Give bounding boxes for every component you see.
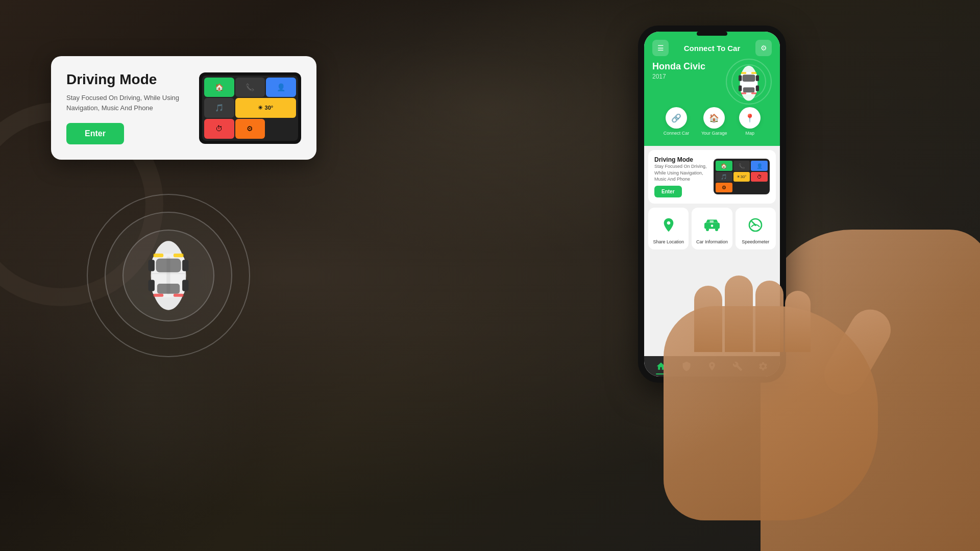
p-music-icon: 🎵 bbox=[716, 172, 732, 182]
mini-icon-contact: 👤 bbox=[266, 78, 296, 97]
car-name: Honda Civic bbox=[652, 61, 705, 72]
phone-driving-desc: Stay Focused On Driving, While Using Nav… bbox=[654, 163, 708, 183]
svg-point-30 bbox=[711, 224, 714, 227]
mini-icon-home: 🏠 bbox=[204, 78, 234, 97]
share-location-label: Share Location bbox=[653, 239, 684, 244]
svg-rect-7 bbox=[182, 280, 188, 291]
phone-driving-section: Driving Mode Stay Focused On Driving, Wh… bbox=[648, 150, 776, 204]
speedometer-icon bbox=[745, 215, 766, 235]
quick-action-garage[interactable]: 🏠 Your Garage bbox=[701, 107, 727, 136]
svg-rect-19 bbox=[756, 76, 759, 81]
garage-label: Your Garage bbox=[701, 131, 727, 136]
speedometer-label: Speedometer bbox=[742, 239, 769, 244]
phone-mini-screen: 🏠 📞 👤 🎵 ☀30° ⏱ ⚙ bbox=[714, 159, 770, 194]
car-information-label: Car Information bbox=[696, 239, 728, 244]
svg-rect-6 bbox=[149, 280, 155, 291]
phone-mockup: ☰ Connect To Car ⚙ Honda Civic 2017 bbox=[638, 26, 786, 383]
p-settings-icon: ⚙ bbox=[716, 183, 732, 192]
p-home-icon: 🏠 bbox=[716, 161, 732, 170]
phone-car-radar bbox=[726, 61, 772, 102]
svg-rect-5 bbox=[182, 260, 188, 271]
mini-phone-mockup: 🏠 📞 👤 🎵 ☀ 30° ⏱ ⚙ bbox=[199, 72, 301, 144]
share-location-icon bbox=[658, 215, 679, 235]
svg-rect-10 bbox=[153, 294, 163, 297]
car-information-button[interactable]: Car Information bbox=[692, 208, 732, 249]
svg-rect-17 bbox=[743, 87, 755, 92]
phone-notch bbox=[697, 32, 727, 36]
svg-rect-29 bbox=[709, 220, 714, 223]
share-location-button[interactable]: Share Location bbox=[648, 208, 689, 249]
map-icon: 📍 bbox=[739, 107, 761, 129]
svg-rect-24 bbox=[741, 92, 746, 94]
settings-button[interactable]: ⚙ bbox=[755, 40, 772, 56]
car-svg-large bbox=[143, 235, 194, 316]
p-phone-icon: 📞 bbox=[733, 161, 750, 170]
quick-action-connect[interactable]: 🔗 Connect Car bbox=[664, 107, 690, 136]
nav-home[interactable] bbox=[656, 361, 666, 371]
svg-rect-21 bbox=[756, 86, 759, 91]
quick-actions-row: 🔗 Connect Car 🏠 Your Garage 📍 Map bbox=[652, 102, 772, 136]
connect-car-icon: 🔗 bbox=[666, 107, 687, 129]
mini-icon-weather: ☀ 30° bbox=[235, 98, 296, 118]
car-radar-display bbox=[82, 189, 255, 362]
svg-rect-11 bbox=[174, 294, 184, 297]
phone-header-top: ☰ Connect To Car ⚙ bbox=[652, 40, 772, 56]
svg-rect-16 bbox=[743, 74, 755, 82]
phone-enter-button[interactable]: Enter bbox=[654, 186, 682, 197]
mini-icon-phone: 📞 bbox=[235, 78, 265, 97]
nav-shield[interactable] bbox=[681, 361, 692, 371]
driving-mode-text: Driving Mode Stay Focused On Driving, Wh… bbox=[66, 71, 189, 144]
driving-mode-title: Driving Mode bbox=[66, 71, 189, 88]
connect-title: Connect To Car bbox=[684, 44, 741, 53]
speedometer-button[interactable]: Speedometer bbox=[736, 208, 776, 249]
p-contact-icon: 👤 bbox=[751, 161, 768, 170]
svg-rect-20 bbox=[739, 86, 742, 91]
car-year: 2017 bbox=[652, 73, 705, 80]
driving-mode-card: Driving Mode Stay Focused On Driving, Wh… bbox=[51, 56, 316, 160]
svg-rect-9 bbox=[174, 254, 184, 257]
svg-rect-23 bbox=[751, 72, 756, 74]
phone-screen: ☰ Connect To Car ⚙ Honda Civic 2017 bbox=[644, 32, 780, 377]
car-details: Honda Civic 2017 bbox=[652, 61, 705, 80]
phone-car-svg bbox=[736, 63, 762, 104]
phone-grid-section: Share Location Car Information bbox=[644, 206, 780, 254]
quick-action-map[interactable]: 📍 Map bbox=[739, 107, 761, 136]
phone-driving-title: Driving Mode bbox=[654, 156, 708, 163]
mini-icon-settings: ⚙ bbox=[235, 119, 265, 139]
p-speed-icon: ⏱ bbox=[751, 172, 768, 182]
phone-header: ☰ Connect To Car ⚙ Honda Civic 2017 bbox=[644, 32, 780, 146]
nav-settings[interactable] bbox=[758, 361, 768, 371]
svg-rect-8 bbox=[153, 254, 163, 257]
car-top-view-large bbox=[143, 235, 194, 316]
phone-car-top-view bbox=[736, 63, 762, 101]
svg-rect-22 bbox=[741, 72, 746, 74]
car-information-icon bbox=[702, 215, 722, 235]
nav-tools[interactable] bbox=[732, 361, 743, 371]
mini-phone-screen: 🏠 📞 👤 🎵 ☀ 30° ⏱ ⚙ bbox=[202, 76, 298, 141]
svg-point-27 bbox=[706, 228, 709, 231]
phone-driving-text: Driving Mode Stay Focused On Driving, Wh… bbox=[654, 156, 708, 197]
nav-location[interactable] bbox=[707, 361, 717, 371]
menu-button[interactable]: ☰ bbox=[652, 40, 669, 56]
svg-rect-13 bbox=[166, 257, 170, 294]
bottom-navigation bbox=[644, 356, 780, 377]
garage-icon: 🏠 bbox=[703, 107, 725, 129]
svg-point-28 bbox=[715, 228, 718, 231]
map-label: Map bbox=[745, 131, 754, 136]
car-info-row: Honda Civic 2017 bbox=[652, 61, 772, 102]
mini-icon-music: 🎵 bbox=[204, 98, 234, 118]
enter-button[interactable]: Enter bbox=[66, 123, 124, 144]
svg-rect-18 bbox=[739, 76, 742, 81]
mini-icon-speed: ⏱ bbox=[204, 119, 234, 139]
settings-icon: ⚙ bbox=[761, 44, 767, 52]
driving-mode-description: Stay Focused On Driving, While Using Nav… bbox=[66, 93, 189, 113]
svg-rect-4 bbox=[149, 260, 155, 271]
connect-car-label: Connect Car bbox=[664, 131, 690, 136]
menu-icon: ☰ bbox=[657, 44, 664, 52]
svg-rect-25 bbox=[751, 92, 756, 94]
p-weather-icon: ☀30° bbox=[733, 172, 750, 182]
